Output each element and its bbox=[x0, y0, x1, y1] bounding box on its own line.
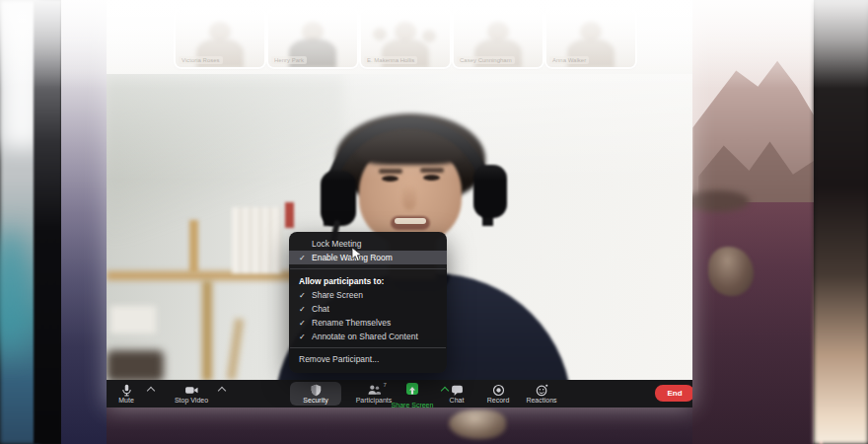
headphones-earcup bbox=[321, 171, 356, 226]
menu-header-label: Allow participants to: bbox=[299, 276, 384, 286]
menu-separator bbox=[290, 268, 446, 269]
monitor-bezel-left bbox=[34, 0, 61, 444]
shelf-leg bbox=[202, 280, 212, 381]
microphone-icon bbox=[107, 383, 146, 396]
menu-item-label: Annotate on Shared Content bbox=[312, 332, 418, 341]
participant-name-label: Victoria Roses bbox=[179, 56, 223, 64]
wallpaper-left-sliver bbox=[61, 0, 107, 444]
menu-item-annotate[interactable]: ✓ Annotate on Shared Content bbox=[289, 330, 447, 343]
background-blur-right bbox=[814, 0, 868, 444]
participant-name-label: E. Makenna Hollis bbox=[364, 56, 417, 64]
menu-item-share-screen[interactable]: ✓ Share Screen bbox=[289, 288, 447, 302]
chat-bubble-icon bbox=[434, 383, 479, 396]
video-options-chevron[interactable] bbox=[218, 387, 226, 395]
participant-name-label: Henry Park bbox=[271, 56, 307, 64]
zoom-meeting-window: Victoria Roses Henry Park E. Makenna Hol… bbox=[107, 0, 692, 407]
mute-label: Mute bbox=[107, 396, 146, 405]
monitor-screen: Victoria Roses Henry Park E. Makenna Hol… bbox=[61, 0, 814, 444]
end-meeting-button[interactable]: End bbox=[655, 385, 692, 402]
background-object bbox=[110, 306, 156, 333]
stop-video-label: Stop Video bbox=[164, 396, 219, 405]
security-label: Security bbox=[290, 396, 341, 405]
menu-item-label: Share Screen bbox=[312, 290, 363, 300]
background-object bbox=[107, 350, 164, 382]
books-on-shelf bbox=[232, 207, 281, 273]
menu-item-label: Remove Participant... bbox=[299, 354, 379, 364]
reactions-button[interactable]: Reactions bbox=[519, 382, 564, 406]
check-icon: ✓ bbox=[299, 254, 312, 262]
headphones-earcup bbox=[473, 165, 507, 218]
check-icon: ✓ bbox=[299, 333, 312, 341]
record-button[interactable]: Record bbox=[477, 382, 519, 406]
gallery-thumbnail[interactable]: Victoria Roses bbox=[176, 10, 264, 67]
participant-silhouette bbox=[373, 28, 387, 40]
share-screen-icon bbox=[406, 383, 418, 395]
share-screen-label: Share Screen bbox=[384, 401, 441, 407]
check-icon: ✓ bbox=[299, 305, 312, 314]
chat-button[interactable]: Chat bbox=[434, 382, 479, 406]
gallery-thumbnail[interactable]: Anna Walker bbox=[546, 10, 635, 67]
stop-video-button[interactable]: Stop Video bbox=[164, 382, 219, 406]
menu-item-lock-meeting[interactable]: Lock Meeting bbox=[289, 237, 447, 251]
shelf-leg bbox=[227, 319, 245, 381]
red-book bbox=[285, 202, 294, 228]
wallpaper-sea-rock bbox=[708, 247, 754, 296]
room-wall bbox=[107, 74, 343, 242]
wallpaper-water bbox=[692, 202, 814, 444]
participant-silhouette bbox=[422, 30, 436, 42]
menu-separator bbox=[290, 347, 446, 348]
security-menu: Lock Meeting ✓ Enable Waiting Room Allow… bbox=[289, 232, 447, 373]
check-icon: ✓ bbox=[299, 319, 312, 328]
participant-gallery-strip: Victoria Roses Henry Park E. Makenna Hol… bbox=[107, 0, 692, 74]
meeting-toolbar: Mute Stop Video Security bbox=[107, 380, 692, 407]
menu-section-header: Allow participants to: bbox=[289, 273, 447, 288]
wallpaper-right bbox=[692, 0, 814, 444]
wallpaper-bottom-strip bbox=[107, 407, 692, 444]
menu-item-chat[interactable]: ✓ Chat bbox=[289, 302, 447, 316]
reactions-label: Reactions bbox=[519, 396, 564, 405]
gallery-thumbnail[interactable]: E. Makenna Hollis bbox=[361, 10, 450, 67]
menu-item-rename-themselves[interactable]: ✓ Rename Themselves bbox=[289, 316, 447, 330]
share-screen-button[interactable]: Share Screen bbox=[384, 382, 441, 406]
menu-item-label: Chat bbox=[312, 304, 329, 314]
participant-name-label: Anna Walker bbox=[549, 56, 589, 64]
shelf-post bbox=[189, 220, 198, 273]
mute-options-chevron[interactable] bbox=[147, 387, 155, 395]
gallery-thumbnail[interactable]: Casey Cunningham bbox=[454, 10, 542, 67]
participant-name-label: Casey Cunningham bbox=[457, 56, 515, 64]
mouse-cursor bbox=[351, 247, 363, 267]
chat-label: Chat bbox=[434, 396, 479, 405]
shield-icon bbox=[290, 383, 341, 396]
gallery-thumbnail[interactable]: Henry Park bbox=[268, 10, 357, 67]
menu-item-remove-participant[interactable]: Remove Participant... bbox=[289, 352, 447, 366]
menu-item-enable-waiting-room[interactable]: ✓ Enable Waiting Room bbox=[289, 251, 447, 264]
record-label: Record bbox=[477, 396, 519, 405]
video-camera-icon bbox=[164, 383, 219, 396]
check-icon: ✓ bbox=[299, 291, 312, 300]
smiley-reactions-icon bbox=[519, 383, 564, 396]
security-button[interactable]: Security bbox=[290, 382, 341, 406]
mute-button[interactable]: Mute bbox=[107, 382, 146, 406]
menu-item-label: Rename Themselves bbox=[312, 318, 391, 328]
photo-of-monitor: Victoria Roses Henry Park E. Makenna Hol… bbox=[0, 0, 868, 444]
wallpaper-bottom-rock bbox=[449, 409, 506, 439]
record-icon bbox=[477, 383, 519, 396]
